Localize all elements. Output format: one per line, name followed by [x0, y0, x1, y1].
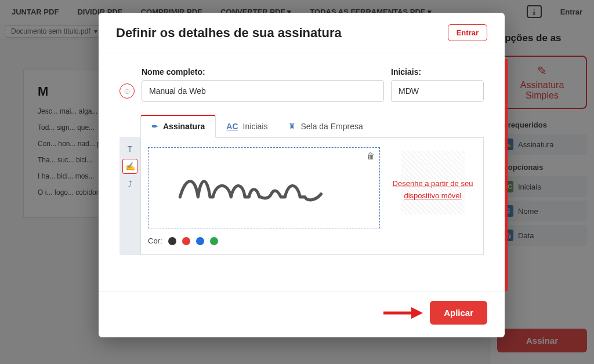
scrollbar-indicator[interactable]: [505, 59, 508, 291]
avatar-icon: ☺: [119, 83, 135, 99]
trash-icon[interactable]: 🗑: [367, 151, 375, 161]
draw-tool[interactable]: ✍: [122, 159, 137, 174]
modal-title: Definir os detalhes de sua assinatura: [116, 26, 342, 41]
drawn-signature: [172, 164, 356, 212]
initials-ac-icon: AC: [226, 122, 238, 131]
initials-input[interactable]: [391, 80, 484, 102]
initials-label: Iniciais:: [391, 67, 484, 77]
side-tools: T ✍ ⤴: [119, 137, 140, 255]
annotation-arrow: [382, 306, 423, 320]
color-red[interactable]: [182, 237, 190, 245]
color-picker: Cor:: [148, 236, 476, 245]
signature-modal: Definir os detalhes de sua assinatura En…: [99, 13, 505, 337]
color-green[interactable]: [210, 237, 218, 245]
fullname-input[interactable]: [142, 80, 384, 102]
mobile-draw-link[interactable]: Desenhe a partir de seu dispositivo móve…: [389, 178, 476, 202]
fullname-label: Nome completo:: [142, 67, 384, 77]
svg-marker-1: [411, 307, 423, 319]
tab-initials[interactable]: AC Iniciais: [216, 115, 278, 137]
tab-company-seal[interactable]: ♜ Sela da Empresa: [278, 115, 373, 137]
modal-entrar-button[interactable]: Entrar: [448, 24, 487, 41]
color-black[interactable]: [168, 237, 176, 245]
text-tool[interactable]: T: [122, 141, 137, 156]
pen-icon: ✒: [151, 122, 158, 131]
signature-canvas[interactable]: 🗑: [148, 147, 380, 228]
apply-button[interactable]: Aplicar: [430, 301, 487, 325]
tab-signature[interactable]: ✒ Assinatura: [140, 115, 216, 138]
color-blue[interactable]: [196, 237, 204, 245]
upload-tool[interactable]: ⤴: [122, 176, 137, 191]
qr-mobile-area[interactable]: Desenhe a partir de seu dispositivo móve…: [389, 147, 476, 228]
tab-strip: ✒ Assinatura AC Iniciais ♜ Sela da Empre…: [140, 115, 484, 138]
stamp-icon: ♜: [288, 122, 296, 131]
color-label: Cor:: [148, 236, 162, 245]
